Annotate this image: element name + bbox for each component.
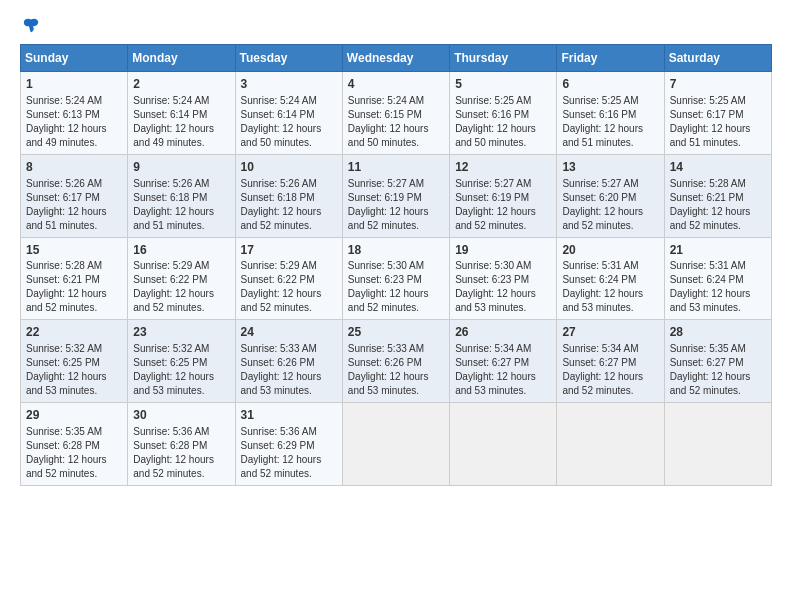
day-number: 21 <box>670 242 766 259</box>
sunrise-text: Sunrise: 5:36 AM <box>133 426 209 437</box>
calendar-day-cell: 11Sunrise: 5:27 AMSunset: 6:19 PMDayligh… <box>342 154 449 237</box>
sunrise-text: Sunrise: 5:26 AM <box>26 178 102 189</box>
col-monday: Monday <box>128 45 235 72</box>
daylight-text: Daylight: 12 hours and 52 minutes. <box>133 454 214 479</box>
calendar-day-cell: 17Sunrise: 5:29 AMSunset: 6:22 PMDayligh… <box>235 237 342 320</box>
col-sunday: Sunday <box>21 45 128 72</box>
day-number: 20 <box>562 242 658 259</box>
sunset-text: Sunset: 6:22 PM <box>133 274 207 285</box>
day-number: 27 <box>562 324 658 341</box>
sunrise-text: Sunrise: 5:33 AM <box>241 343 317 354</box>
sunrise-text: Sunrise: 5:34 AM <box>562 343 638 354</box>
calendar-day-cell: 23Sunrise: 5:32 AMSunset: 6:25 PMDayligh… <box>128 320 235 403</box>
daylight-text: Daylight: 12 hours and 53 minutes. <box>562 288 643 313</box>
sunset-text: Sunset: 6:17 PM <box>26 192 100 203</box>
daylight-text: Daylight: 12 hours and 49 minutes. <box>26 123 107 148</box>
calendar-day-cell: 12Sunrise: 5:27 AMSunset: 6:19 PMDayligh… <box>450 154 557 237</box>
daylight-text: Daylight: 12 hours and 53 minutes. <box>348 371 429 396</box>
calendar-day-cell: 1Sunrise: 5:24 AMSunset: 6:13 PMDaylight… <box>21 72 128 155</box>
sunrise-text: Sunrise: 5:35 AM <box>670 343 746 354</box>
daylight-text: Daylight: 12 hours and 53 minutes. <box>133 371 214 396</box>
day-number: 6 <box>562 76 658 93</box>
calendar-week-row: 15Sunrise: 5:28 AMSunset: 6:21 PMDayligh… <box>21 237 772 320</box>
sunset-text: Sunset: 6:29 PM <box>241 440 315 451</box>
day-number: 10 <box>241 159 337 176</box>
sunset-text: Sunset: 6:16 PM <box>562 109 636 120</box>
sunset-text: Sunset: 6:24 PM <box>670 274 744 285</box>
sunrise-text: Sunrise: 5:34 AM <box>455 343 531 354</box>
daylight-text: Daylight: 12 hours and 53 minutes. <box>26 371 107 396</box>
logo-bird-icon <box>22 16 40 34</box>
sunrise-text: Sunrise: 5:24 AM <box>133 95 209 106</box>
calendar-header-row: Sunday Monday Tuesday Wednesday Thursday… <box>21 45 772 72</box>
day-number: 25 <box>348 324 444 341</box>
calendar-day-cell: 24Sunrise: 5:33 AMSunset: 6:26 PMDayligh… <box>235 320 342 403</box>
calendar-day-cell: 2Sunrise: 5:24 AMSunset: 6:14 PMDaylight… <box>128 72 235 155</box>
calendar-day-cell: 13Sunrise: 5:27 AMSunset: 6:20 PMDayligh… <box>557 154 664 237</box>
sunset-text: Sunset: 6:22 PM <box>241 274 315 285</box>
day-number: 11 <box>348 159 444 176</box>
sunset-text: Sunset: 6:19 PM <box>455 192 529 203</box>
col-tuesday: Tuesday <box>235 45 342 72</box>
day-number: 15 <box>26 242 122 259</box>
calendar-day-cell: 22Sunrise: 5:32 AMSunset: 6:25 PMDayligh… <box>21 320 128 403</box>
sunrise-text: Sunrise: 5:24 AM <box>348 95 424 106</box>
calendar-day-cell: 14Sunrise: 5:28 AMSunset: 6:21 PMDayligh… <box>664 154 771 237</box>
header-row <box>20 16 772 34</box>
daylight-text: Daylight: 12 hours and 53 minutes. <box>241 371 322 396</box>
calendar-day-cell: 29Sunrise: 5:35 AMSunset: 6:28 PMDayligh… <box>21 403 128 486</box>
day-number: 14 <box>670 159 766 176</box>
sunset-text: Sunset: 6:27 PM <box>562 357 636 368</box>
sunrise-text: Sunrise: 5:33 AM <box>348 343 424 354</box>
daylight-text: Daylight: 12 hours and 51 minutes. <box>670 123 751 148</box>
calendar-day-cell: 30Sunrise: 5:36 AMSunset: 6:28 PMDayligh… <box>128 403 235 486</box>
sunset-text: Sunset: 6:27 PM <box>670 357 744 368</box>
sunset-text: Sunset: 6:26 PM <box>241 357 315 368</box>
sunset-text: Sunset: 6:15 PM <box>348 109 422 120</box>
day-number: 19 <box>455 242 551 259</box>
day-number: 17 <box>241 242 337 259</box>
col-wednesday: Wednesday <box>342 45 449 72</box>
calendar-table: Sunday Monday Tuesday Wednesday Thursday… <box>20 44 772 486</box>
calendar-day-cell: 19Sunrise: 5:30 AMSunset: 6:23 PMDayligh… <box>450 237 557 320</box>
sunrise-text: Sunrise: 5:30 AM <box>455 260 531 271</box>
calendar-week-row: 22Sunrise: 5:32 AMSunset: 6:25 PMDayligh… <box>21 320 772 403</box>
daylight-text: Daylight: 12 hours and 52 minutes. <box>562 206 643 231</box>
sunset-text: Sunset: 6:21 PM <box>26 274 100 285</box>
sunrise-text: Sunrise: 5:30 AM <box>348 260 424 271</box>
daylight-text: Daylight: 12 hours and 50 minutes. <box>241 123 322 148</box>
calendar-day-cell <box>664 403 771 486</box>
calendar-day-cell <box>342 403 449 486</box>
daylight-text: Daylight: 12 hours and 52 minutes. <box>241 454 322 479</box>
calendar-week-row: 8Sunrise: 5:26 AMSunset: 6:17 PMDaylight… <box>21 154 772 237</box>
calendar-day-cell: 21Sunrise: 5:31 AMSunset: 6:24 PMDayligh… <box>664 237 771 320</box>
calendar-day-cell <box>450 403 557 486</box>
calendar-day-cell: 28Sunrise: 5:35 AMSunset: 6:27 PMDayligh… <box>664 320 771 403</box>
sunrise-text: Sunrise: 5:28 AM <box>670 178 746 189</box>
sunset-text: Sunset: 6:28 PM <box>133 440 207 451</box>
sunset-text: Sunset: 6:25 PM <box>26 357 100 368</box>
sunrise-text: Sunrise: 5:26 AM <box>133 178 209 189</box>
day-number: 29 <box>26 407 122 424</box>
daylight-text: Daylight: 12 hours and 51 minutes. <box>562 123 643 148</box>
daylight-text: Daylight: 12 hours and 53 minutes. <box>455 288 536 313</box>
daylight-text: Daylight: 12 hours and 52 minutes. <box>133 288 214 313</box>
calendar-week-row: 1Sunrise: 5:24 AMSunset: 6:13 PMDaylight… <box>21 72 772 155</box>
daylight-text: Daylight: 12 hours and 52 minutes. <box>26 454 107 479</box>
daylight-text: Daylight: 12 hours and 49 minutes. <box>133 123 214 148</box>
daylight-text: Daylight: 12 hours and 52 minutes. <box>670 206 751 231</box>
calendar-day-cell <box>557 403 664 486</box>
sunset-text: Sunset: 6:14 PM <box>241 109 315 120</box>
col-friday: Friday <box>557 45 664 72</box>
calendar-day-cell: 8Sunrise: 5:26 AMSunset: 6:17 PMDaylight… <box>21 154 128 237</box>
sunset-text: Sunset: 6:13 PM <box>26 109 100 120</box>
day-number: 13 <box>562 159 658 176</box>
day-number: 24 <box>241 324 337 341</box>
col-thursday: Thursday <box>450 45 557 72</box>
sunset-text: Sunset: 6:18 PM <box>133 192 207 203</box>
calendar-page: Sunday Monday Tuesday Wednesday Thursday… <box>0 0 792 612</box>
col-saturday: Saturday <box>664 45 771 72</box>
day-number: 16 <box>133 242 229 259</box>
calendar-day-cell: 3Sunrise: 5:24 AMSunset: 6:14 PMDaylight… <box>235 72 342 155</box>
daylight-text: Daylight: 12 hours and 53 minutes. <box>455 371 536 396</box>
